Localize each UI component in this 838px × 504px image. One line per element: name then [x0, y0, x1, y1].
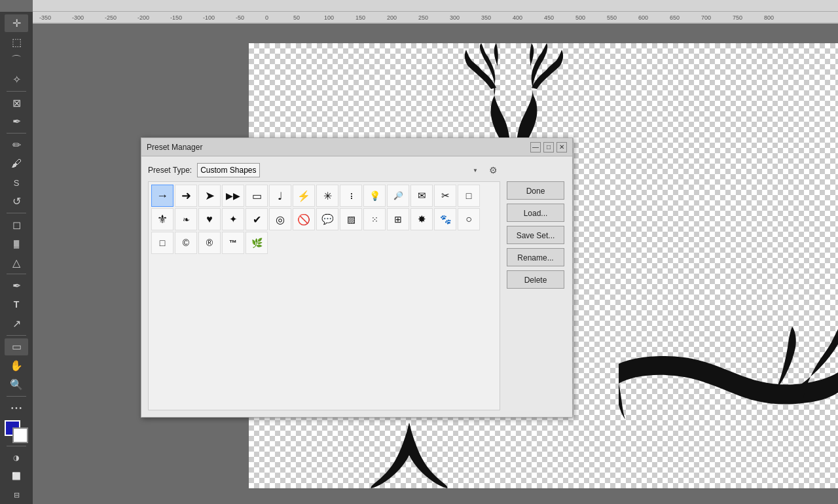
- svg-text:500: 500: [575, 14, 585, 21]
- hand-tool[interactable]: ✋: [5, 357, 28, 374]
- dialog-minimize-btn[interactable]: —: [530, 142, 541, 153]
- magic-wand-tool[interactable]: ✧: [5, 71, 28, 88]
- lasso-tool[interactable]: ⌒: [5, 52, 28, 69]
- extra-tool-3[interactable]: ⊟: [5, 486, 28, 504]
- path-select-tool[interactable]: ↗: [5, 315, 28, 333]
- save-set-button[interactable]: Save Set...: [507, 226, 564, 244]
- preset-type-select-wrapper[interactable]: Custom Shapes Brushes Swatches Gradients…: [197, 163, 481, 177]
- shape-burst[interactable]: ✸: [410, 208, 433, 230]
- dialog-restore-btn[interactable]: □: [543, 142, 554, 153]
- type-tool[interactable]: T: [5, 296, 28, 314]
- shape-square-outline[interactable]: □: [458, 185, 480, 207]
- svg-rect-0: [33, 12, 838, 24]
- shape-ornament[interactable]: ❧: [175, 208, 197, 230]
- extra-tool-2[interactable]: ⬜: [5, 467, 28, 485]
- shape-grass[interactable]: ⫶: [340, 185, 362, 207]
- shape-arrow-solid[interactable]: ▶▶: [222, 185, 244, 207]
- color-swatches[interactable]: [5, 420, 28, 442]
- toolbar-sep-7: [7, 446, 26, 446]
- shapes-grid: → ➜ ➤ ▶▶ ▭ ♩ ⚡ ✳ ⫶ 💡 🔎 ✉ ✂ □ ⚜: [148, 181, 500, 410]
- svg-text:-150: -150: [170, 14, 182, 21]
- shape-snowflake[interactable]: ✳: [316, 185, 338, 207]
- eraser-tool[interactable]: ◻: [5, 216, 28, 234]
- toolbar-sep-2: [7, 133, 26, 134]
- svg-text:750: 750: [733, 14, 742, 21]
- shape-arrow-medium[interactable]: ➜: [175, 185, 197, 207]
- shape-4star[interactable]: ✦: [222, 208, 244, 230]
- svg-text:150: 150: [355, 14, 365, 21]
- shape-lightbulb[interactable]: 💡: [363, 185, 386, 207]
- background-color[interactable]: [12, 427, 28, 443]
- shape-grid[interactable]: ⊞: [387, 208, 409, 230]
- shape-pawprint[interactable]: 🐾: [434, 208, 456, 230]
- shape-plant[interactable]: 🌿: [246, 232, 268, 254]
- shape-fleur[interactable]: ⚜: [151, 208, 173, 230]
- toolbar-sep-4: [7, 274, 26, 274]
- preset-manager-dialog: Preset Manager — □ ✕ Preset Type: Custom…: [141, 137, 573, 418]
- dialog-body: Preset Type: Custom Shapes Brushes Swatc…: [141, 156, 572, 417]
- dodge-tool[interactable]: △: [5, 254, 28, 272]
- shape-heart[interactable]: ♥: [198, 208, 221, 230]
- pen-tool[interactable]: ✒: [5, 277, 28, 295]
- shape-nosign[interactable]: 🚫: [293, 208, 315, 230]
- load-button[interactable]: Load...: [507, 204, 564, 222]
- canvas-decoration-bottom: [370, 423, 448, 488]
- brush-tool[interactable]: 🖌: [5, 155, 28, 173]
- shape-diamond-grid[interactable]: ⁙: [363, 208, 386, 230]
- svg-text:300: 300: [450, 14, 460, 21]
- shape-puzzle[interactable]: 🔎: [387, 185, 409, 207]
- shape-copyright[interactable]: ©: [175, 232, 197, 254]
- shape-rect2[interactable]: □: [151, 232, 173, 254]
- preset-type-label: Preset Type:: [148, 166, 192, 175]
- move-tool[interactable]: ✛: [5, 14, 28, 32]
- shape-checkmark[interactable]: ✔: [246, 208, 268, 230]
- svg-text:350: 350: [481, 14, 491, 21]
- shape-diagonal-lines[interactable]: ▨: [340, 208, 362, 230]
- shape-arrow-thin[interactable]: →: [151, 185, 173, 207]
- zoom-tool[interactable]: 🔍: [5, 376, 28, 393]
- shape-speechbubble[interactable]: 💬: [316, 208, 338, 230]
- shapes-row-2: ⚜ ❧ ♥ ✦ ✔ ◎ 🚫 💬 ▨ ⁙ ⊞ ✸ 🐾 ○: [151, 208, 497, 230]
- dialog-titlebar: Preset Manager — □ ✕: [141, 138, 572, 156]
- gradient-tool[interactable]: ▓: [5, 235, 28, 253]
- history-brush[interactable]: ↺: [5, 193, 28, 211]
- delete-button[interactable]: Delete: [507, 270, 564, 289]
- shape-target[interactable]: ◎: [269, 208, 291, 230]
- shape-tool[interactable]: ▭: [5, 338, 28, 356]
- toolbar-sep-1: [7, 91, 26, 92]
- shape-registered[interactable]: ®: [198, 232, 221, 254]
- canvas-decoration-right: [619, 325, 838, 456]
- ruler-top-inner: [33, 0, 838, 11]
- done-button[interactable]: Done: [507, 181, 564, 200]
- toolbar-sep-3: [7, 213, 26, 213]
- rename-button[interactable]: Rename...: [507, 248, 564, 266]
- shape-trademark[interactable]: ™: [222, 232, 244, 254]
- dialog-close-btn[interactable]: ✕: [556, 142, 567, 153]
- marquee-tool[interactable]: ⬚: [5, 33, 28, 51]
- eyedropper-tool[interactable]: ✒: [5, 113, 28, 131]
- shape-music-note[interactable]: ♩: [269, 185, 291, 207]
- shape-arrow-wide[interactable]: ➤: [198, 185, 221, 207]
- svg-text:250: 250: [418, 14, 428, 21]
- shape-circle[interactable]: ○: [458, 208, 480, 230]
- more-tools[interactable]: • • •: [5, 399, 28, 417]
- svg-text:-200: -200: [137, 14, 149, 21]
- svg-text:700: 700: [701, 14, 711, 21]
- shape-rectangle[interactable]: ▭: [246, 185, 268, 207]
- preset-type-select[interactable]: Custom Shapes Brushes Swatches Gradients…: [197, 163, 260, 177]
- shape-envelope[interactable]: ✉: [410, 185, 433, 207]
- toolbar-sep-6: [7, 396, 26, 397]
- extra-tool-1[interactable]: ◑: [5, 449, 28, 467]
- svg-text:200: 200: [387, 14, 397, 21]
- shape-scissors[interactable]: ✂: [434, 185, 456, 207]
- stamp-tool[interactable]: S: [5, 174, 28, 192]
- gear-menu-btn[interactable]: ⚙: [486, 163, 500, 177]
- heal-tool[interactable]: ✏: [5, 136, 28, 154]
- dialog-left-panel: Preset Type: Custom Shapes Brushes Swatc…: [148, 163, 500, 410]
- dialog-title: Preset Manager: [147, 143, 202, 152]
- dialog-right-panel: Done Load... Save Set... Rename... Delet…: [507, 163, 566, 410]
- svg-text:400: 400: [513, 14, 522, 21]
- crop-tool[interactable]: ⊠: [5, 94, 28, 112]
- svg-text:100: 100: [324, 14, 334, 21]
- shape-lightning[interactable]: ⚡: [293, 185, 315, 207]
